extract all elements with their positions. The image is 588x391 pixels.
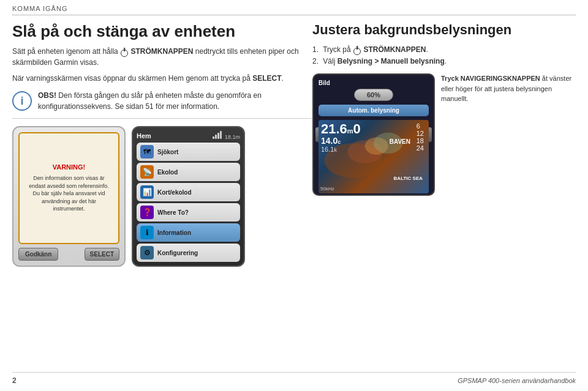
warning-text: Den information som visas är endast avse…: [26, 174, 112, 213]
baltic-sea-label: BALTIC SEA: [394, 176, 423, 181]
ekolod-icon: 📡: [140, 165, 154, 179]
chapter-header: Komma igång: [12, 5, 67, 12]
device-backlight-screen: ‹ › Bild 60% Autom. belysning 21.6m0: [312, 73, 435, 196]
menu-signal-status: 18.1m: [213, 131, 240, 140]
section-title-right: Justera bakgrundsbelysningen: [312, 22, 576, 38]
konfigurering-label: Konfigurering: [157, 250, 198, 256]
konfigurering-icon: ⚙: [140, 246, 154, 259]
brightness-bar-container: 60%: [318, 89, 429, 101]
obs-icon: i: [12, 91, 32, 111]
device-menu-screen: Hem 18.1m 🗺 Sjökort 📡: [132, 126, 245, 267]
warning-content: VARNING! Den information som visas är en…: [18, 132, 119, 244]
intro-paragraph-2: När varningsskärmen visas öppnar du skär…: [12, 73, 312, 84]
menu-items-list: 🗺 Sjökort 📡 Ekolod 📊 Kort/ekolod ❓ Where…: [137, 143, 240, 262]
obs-block: i OBS! Den första gången du slår på enhe…: [12, 90, 312, 112]
menu-item-where-to[interactable]: ❓ Where To?: [137, 203, 240, 222]
ekolod-label: Ekolod: [157, 169, 178, 176]
brightness-value: 60%: [354, 89, 393, 101]
backlight-note: Tryck NAVIGERINGSKNAPPEN åt vänster elle…: [441, 73, 576, 104]
chapter-title: Komma igång: [12, 5, 67, 12]
footer-book-title: GPSMAP 400-serien användarhandbok: [458, 377, 576, 384]
menu-item-ekolod[interactable]: 📡 Ekolod: [137, 163, 240, 181]
kort-ekolod-icon: 📊: [140, 185, 154, 199]
step-1: 1. Tryck på STRÖMKNAPPEN.: [312, 44, 576, 56]
step-2: 2. Välj Belysning > Manuell belysning.: [312, 56, 576, 67]
footer-page-number: 2: [12, 376, 17, 385]
map-freq: 50kHz: [320, 186, 334, 192]
sjokort-label: Sjökort: [157, 149, 178, 155]
sjokort-icon: 🗺: [140, 145, 154, 158]
menu-item-kort-ekolod[interactable]: 📊 Kort/ekolod: [137, 183, 240, 201]
intro-paragraph-1: Sätt på enheten igenom att hålla STRÖMKN…: [12, 46, 312, 68]
stromknappen-label-1: STRÖMKNAPPEN: [130, 47, 193, 56]
where-to-icon: ❓: [140, 206, 154, 219]
menu-item-sjokort[interactable]: 🗺 Sjökort: [137, 143, 240, 161]
menu-item-information[interactable]: ℹ Information: [137, 223, 240, 242]
information-icon: ℹ: [140, 226, 154, 239]
right-column: Justera bakgrundsbelysningen 1. Tryck på…: [312, 22, 576, 196]
section-title-left: Slå på och stänga av enheten: [12, 22, 312, 41]
select-label: SELECT: [252, 74, 281, 83]
screen-label: Bild: [318, 80, 429, 86]
kort-ekolod-label: Kort/ekolod: [157, 189, 192, 196]
obs-label: OBS!: [38, 91, 56, 100]
map-depth1: 14.0c: [321, 136, 361, 146]
steps-list: 1. Tryck på STRÖMKNAPPEN. 2. Välj Belysn…: [312, 44, 576, 67]
stromknappen-step1: STRÖMKNAPPEN: [363, 45, 426, 54]
header-divider: [12, 15, 576, 15]
backlight-screen-wrap: ‹ › Bild 60% Autom. belysning 21.6m0: [312, 73, 576, 196]
select-button[interactable]: SELECT: [85, 248, 119, 261]
page-footer: 2 GPSMAP 400-serien användarhandbok: [12, 372, 576, 385]
information-label: Information: [157, 229, 191, 236]
map-data-overlay: 21.6m0 14.0c 16.1k: [321, 122, 361, 153]
map-speed: 21.6m0: [321, 122, 361, 136]
device-warning-screen: VARNING! Den information som visas är en…: [12, 126, 126, 267]
warning-title: VARNING!: [53, 163, 86, 171]
power-icon-step1: [353, 48, 361, 55]
obs-text: OBS! Den första gången du slår på enhete…: [38, 90, 312, 112]
where-to-label: Where To?: [157, 209, 189, 216]
map-display: 21.6m0 14.0c 16.1k 50kHz 6 12 18 24 BA: [318, 120, 429, 193]
note-bold: Tryck NAVIGERINGSKNAPPEN: [441, 75, 540, 82]
section-divider: [12, 118, 312, 119]
auto-belysning-item[interactable]: Autom. belysning: [318, 105, 429, 116]
power-icon-inline: [121, 50, 128, 57]
map-depth-right: 6 12 18 24: [417, 122, 424, 152]
device-screens-row: VARNING! Den information som visas är en…: [12, 126, 312, 267]
menu-item-konfigurering[interactable]: ⚙ Konfigurering: [137, 244, 240, 262]
step2-choice: Belysning > Manuell belysning: [337, 57, 445, 65]
baven-label: BAVEN: [390, 138, 410, 145]
left-column: Slå på och stänga av enheten Sätt på enh…: [12, 22, 312, 267]
map-depth2: 16.1k: [321, 146, 361, 153]
godkann-button[interactable]: Godkänn: [18, 248, 58, 261]
signal-bars: [213, 131, 222, 139]
device-button-row: Godkänn SELECT: [18, 248, 119, 261]
menu-header: Hem 18.1m: [137, 131, 240, 140]
menu-header-label: Hem: [137, 132, 151, 140]
